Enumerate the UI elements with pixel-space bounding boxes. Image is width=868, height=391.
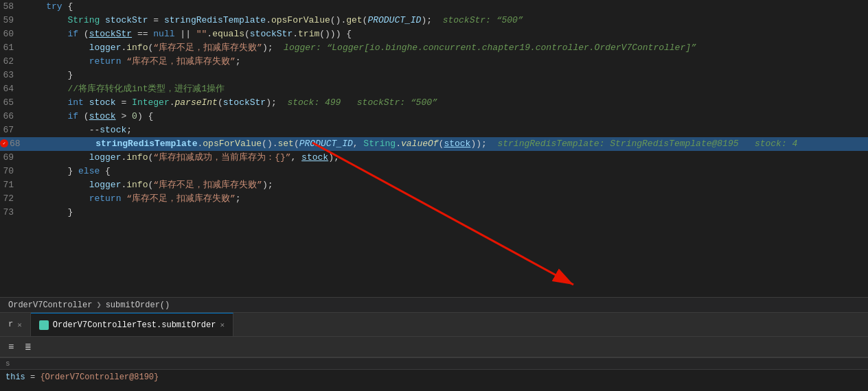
code-content-70: } else { xyxy=(19,165,868,178)
code-content-68: stringRedisTemplate.opsForValue().set(PR… xyxy=(26,137,868,151)
debug-this-value: {OrderV7Controller@8190} xyxy=(40,372,159,382)
code-content-59: String stockStr = stringRedisTemplate.op… xyxy=(19,14,868,27)
code-line-68: ✓ 68 stringRedisTemplate.opsForValue().s… xyxy=(0,137,868,151)
code-line-60: 60 if (stockStr == null || "".equals(sto… xyxy=(0,27,868,41)
tab-icon xyxy=(39,320,49,330)
code-content-65: int stock = Integer.parseInt(stockStr); … xyxy=(19,96,868,110)
toolbar-btn-2[interactable]: ≣ xyxy=(22,340,33,354)
code-line-73: 73 } xyxy=(0,206,868,220)
code-line-64: 64 //将库存转化成int类型，进行减1操作 xyxy=(0,82,868,96)
line-number-72: 72 xyxy=(0,192,19,206)
code-line-66: 66 if (stock > 0) { xyxy=(0,110,868,123)
code-content-66: if (stock > 0) { xyxy=(19,110,868,123)
breadcrumb-method: submitOrder() xyxy=(106,300,170,310)
line-number-65: 65 xyxy=(0,96,19,110)
line-number-70: 70 xyxy=(0,165,19,178)
breadcrumb-separator: ❯ xyxy=(96,300,101,310)
line-number-64: 64 xyxy=(0,82,19,96)
code-content-64: //将库存转化成int类型，进行减1操作 xyxy=(19,82,868,96)
tab-submit-order-label: OrderV7ControllerTest.submitOrder xyxy=(53,320,216,330)
code-content-71: logger.info(“库存不足，扣减库存失败”); xyxy=(19,178,868,192)
breadcrumb-bar: OrderV7Controller ❯ submitOrder() xyxy=(0,297,868,312)
debug-content: this = {OrderV7Controller@8190} xyxy=(0,370,868,385)
code-line-65: 65 int stock = Integer.parseInt(stockStr… xyxy=(0,96,868,110)
tab-first-label: r xyxy=(8,320,13,329)
debug-label: s xyxy=(0,358,868,370)
line-number-68: ✓ 68 xyxy=(0,137,26,151)
code-line-58: 58 try { xyxy=(0,0,868,14)
tabs-bar: r ✕ OrderV7ControllerTest.submitOrder ✕ xyxy=(0,312,868,336)
editor-area: 58 try { 59 String stockStr = stringRedi… xyxy=(0,0,868,391)
code-content-69: logger.info(“库存扣减成功，当前库存为：{}”, stock); xyxy=(19,151,868,165)
tab-submit-order[interactable]: OrderV7ControllerTest.submitOrder ✕ xyxy=(31,313,233,337)
code-line-67: 67 --stock; xyxy=(0,123,868,137)
code-line-71: 71 logger.info(“库存不足，扣减库存失败”); xyxy=(0,178,868,192)
line-number-67: 67 xyxy=(0,123,19,137)
toolbar-btn-1[interactable]: ≡ xyxy=(5,340,16,354)
code-content-60: if (stockStr == null || "".equals(stockS… xyxy=(19,27,868,41)
debug-this-label: this xyxy=(5,372,25,382)
line-number-59: 59 xyxy=(0,14,19,27)
breadcrumb-class: OrderV7Controller xyxy=(8,300,92,310)
code-content-63: } xyxy=(19,69,868,82)
code-content-58: try { xyxy=(19,0,868,14)
code-line-59: 59 String stockStr = stringRedisTemplate… xyxy=(0,14,868,27)
tab-first-close[interactable]: ✕ xyxy=(17,320,22,329)
code-line-62: 62 return “库存不足，扣减库存失败”; xyxy=(0,55,868,69)
line-number-73: 73 xyxy=(0,206,19,220)
code-content-62: return “库存不足，扣减库存失败”; xyxy=(19,55,868,69)
debug-equals: = xyxy=(30,372,40,382)
code-content-67: --stock; xyxy=(19,123,868,137)
code-content-61: logger.info(“库存不足，扣减库存失败”); logger: “Log… xyxy=(19,41,868,55)
line-number-61: 61 xyxy=(0,41,19,55)
debug-console: s this = {OrderV7Controller@8190} xyxy=(0,357,868,391)
code-line-69: 69 logger.info(“库存扣减成功，当前库存为：{}”, stock)… xyxy=(0,151,868,165)
line-number-69: 69 xyxy=(0,151,19,165)
line-number-62: 62 xyxy=(0,55,19,69)
code-line-61: 61 logger.info(“库存不足，扣减库存失败”); logger: “… xyxy=(0,41,868,55)
line-number-63: 63 xyxy=(0,69,19,82)
code-line-63: 63 } xyxy=(0,69,868,82)
code-section: 58 try { 59 String stockStr = stringRedi… xyxy=(0,0,868,297)
line-number-60: 60 xyxy=(0,27,19,41)
code-line-72: 72 return “库存不足，扣减库存失败”; xyxy=(0,192,868,206)
toolbar-section: ≡ ≣ xyxy=(0,336,868,357)
tab-submit-order-close[interactable]: ✕ xyxy=(220,320,225,329)
code-line-70: 70 } else { xyxy=(0,165,868,178)
line-number-58: 58 xyxy=(0,0,19,14)
code-content-73: } xyxy=(19,206,868,220)
code-content-72: return “库存不足，扣减库存失败”; xyxy=(19,192,868,206)
line-number-66: 66 xyxy=(0,110,19,123)
tab-first[interactable]: r ✕ xyxy=(0,313,31,337)
line-number-71: 71 xyxy=(0,178,19,192)
